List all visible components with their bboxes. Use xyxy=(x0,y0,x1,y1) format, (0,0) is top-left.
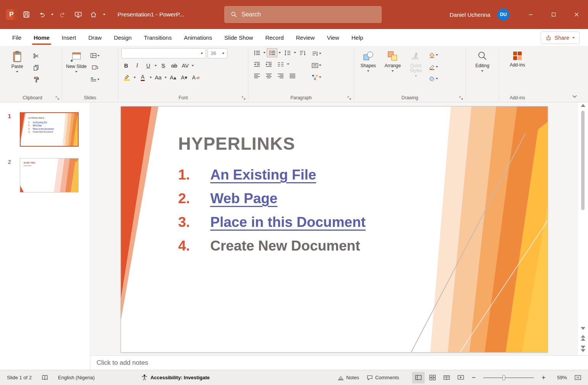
tab-file[interactable]: File xyxy=(6,29,27,46)
line-spacing-button[interactable] xyxy=(282,48,293,57)
align-text-button[interactable] xyxy=(311,61,322,70)
justify-button[interactable] xyxy=(287,71,298,80)
powerpoint-logo-icon[interactable]: P xyxy=(6,9,17,20)
text-create-new-document[interactable]: Create New Document xyxy=(210,238,360,254)
slide-show-view-button[interactable] xyxy=(454,372,467,383)
slide-2-thumbnail[interactable]: SLIDE TWO xyxy=(20,158,79,192)
section-button[interactable] xyxy=(90,75,100,84)
underline-button[interactable]: U xyxy=(143,61,153,70)
paragraph-dialog-launcher[interactable] xyxy=(346,95,352,100)
share-button[interactable]: Share xyxy=(541,31,580,44)
highlight-chevron-icon[interactable] xyxy=(134,77,136,78)
redo-button[interactable] xyxy=(57,9,69,20)
slide-body-list[interactable]: 1. An Existing File 2. Web Page 3. Place… xyxy=(178,163,366,258)
arrange-button[interactable]: Arrange xyxy=(382,48,404,94)
undo-chevron-icon[interactable] xyxy=(51,14,53,15)
editing-button[interactable]: Editing xyxy=(471,48,493,94)
previous-slide-button[interactable] xyxy=(580,335,586,341)
hyperlink-web-page[interactable]: Web Page xyxy=(210,191,277,207)
spell-check-button[interactable] xyxy=(42,375,48,381)
tab-animations[interactable]: Animations xyxy=(178,29,218,46)
format-painter-button[interactable] xyxy=(31,75,41,84)
tab-transitions[interactable]: Transitions xyxy=(138,29,178,46)
align-right-button[interactable] xyxy=(275,71,286,80)
start-slideshow-button[interactable] xyxy=(72,9,84,20)
next-slide-button[interactable] xyxy=(580,346,586,352)
notes-pane[interactable]: Click to add notes xyxy=(91,355,588,370)
normal-view-button[interactable] xyxy=(412,372,425,383)
undo-button[interactable] xyxy=(36,9,47,20)
align-left-button[interactable] xyxy=(251,71,262,80)
user-name[interactable]: Daniel Uchenna xyxy=(449,11,490,18)
tab-record[interactable]: Record xyxy=(259,29,290,46)
comments-toggle-button[interactable]: Comments xyxy=(364,372,402,383)
columns-chevron-icon[interactable] xyxy=(287,63,289,65)
text-shadow-button[interactable]: S xyxy=(158,61,168,70)
clipboard-dialog-launcher[interactable] xyxy=(55,95,60,100)
maximize-button[interactable] xyxy=(542,0,565,29)
strikethrough-button[interactable]: ab xyxy=(169,61,179,70)
bold-button[interactable]: B xyxy=(121,61,131,70)
accessibility-checker[interactable]: Accessibility: Investigate xyxy=(141,374,209,381)
shrink-font-button[interactable]: A▾ xyxy=(179,73,189,82)
shape-outline-button[interactable] xyxy=(428,62,439,71)
change-case-chevron-icon[interactable] xyxy=(164,77,167,78)
zoom-slider[interactable] xyxy=(483,377,534,378)
save-button[interactable] xyxy=(21,9,32,20)
slide-title[interactable]: HYPERLINKS xyxy=(178,133,295,154)
character-spacing-chevron-icon[interactable] xyxy=(192,65,194,66)
font-dialog-launcher[interactable] xyxy=(241,95,246,100)
sort-button[interactable] xyxy=(297,48,308,57)
tab-draw[interactable]: Draw xyxy=(82,29,108,46)
fit-slide-to-window-button[interactable] xyxy=(572,372,584,383)
bullets-chevron-icon[interactable] xyxy=(263,52,266,53)
home-button[interactable] xyxy=(88,9,99,20)
font-color-chevron-icon[interactable] xyxy=(150,77,152,78)
reading-view-button[interactable] xyxy=(440,372,453,383)
convert-to-smartart-button[interactable] xyxy=(311,73,322,82)
tab-help[interactable]: Help xyxy=(345,29,369,46)
bullets-button[interactable] xyxy=(251,48,262,57)
text-direction-button[interactable] xyxy=(311,49,322,58)
zoom-out-button[interactable] xyxy=(469,372,479,383)
font-name-combo[interactable] xyxy=(121,48,206,58)
cut-button[interactable] xyxy=(31,51,41,60)
addins-button[interactable]: Add-ins xyxy=(506,48,528,94)
hyperlink-an-existing-file[interactable]: An Existing File xyxy=(210,167,316,183)
copy-button[interactable] xyxy=(31,63,41,72)
zoom-in-button[interactable] xyxy=(538,372,549,383)
font-size-combo[interactable]: 36 xyxy=(208,48,227,58)
scroll-down-arrow[interactable] xyxy=(580,327,586,330)
close-button[interactable] xyxy=(565,0,588,29)
scrollbar-thumb[interactable] xyxy=(581,111,585,210)
paste-button[interactable]: Paste xyxy=(6,48,28,94)
reset-slide-button[interactable] xyxy=(90,63,100,72)
slide-1-thumbnail[interactable]: HYPERLINKS 1.An Existing File 2.Web Page… xyxy=(20,112,79,147)
increase-indent-button[interactable] xyxy=(263,60,274,69)
vertical-scrollbar[interactable] xyxy=(578,102,588,355)
tab-home[interactable]: Home xyxy=(27,29,56,46)
search-input[interactable] xyxy=(242,11,375,18)
shape-effects-button[interactable] xyxy=(428,74,439,83)
decrease-indent-button[interactable] xyxy=(251,60,262,69)
hyperlink-place-in-this-document[interactable]: Place in this Document xyxy=(210,214,366,230)
slide-layout-button[interactable] xyxy=(90,51,100,60)
shapes-button[interactable]: Shapes xyxy=(357,48,379,94)
character-spacing-button[interactable]: AV xyxy=(180,61,190,70)
numbering-chevron-icon[interactable] xyxy=(279,52,281,53)
grow-font-button[interactable]: A▴ xyxy=(168,73,178,82)
slide-indicator[interactable]: Slide 1 of 2 xyxy=(7,375,32,380)
text-highlight-button[interactable] xyxy=(121,73,132,82)
change-case-button[interactable]: Aa xyxy=(153,73,163,82)
tab-view[interactable]: View xyxy=(321,29,345,46)
minimize-button[interactable] xyxy=(519,0,542,29)
align-center-button[interactable] xyxy=(263,71,274,80)
language-indicator[interactable]: English (Nigeria) xyxy=(58,375,95,380)
tab-review[interactable]: Review xyxy=(290,29,321,46)
line-spacing-chevron-icon[interactable] xyxy=(294,52,296,53)
columns-button[interactable] xyxy=(275,60,286,69)
italic-button[interactable]: I xyxy=(132,61,142,70)
new-slide-button[interactable]: New Slide xyxy=(65,48,87,94)
tab-insert[interactable]: Insert xyxy=(56,29,82,46)
shape-fill-button[interactable] xyxy=(428,50,439,60)
